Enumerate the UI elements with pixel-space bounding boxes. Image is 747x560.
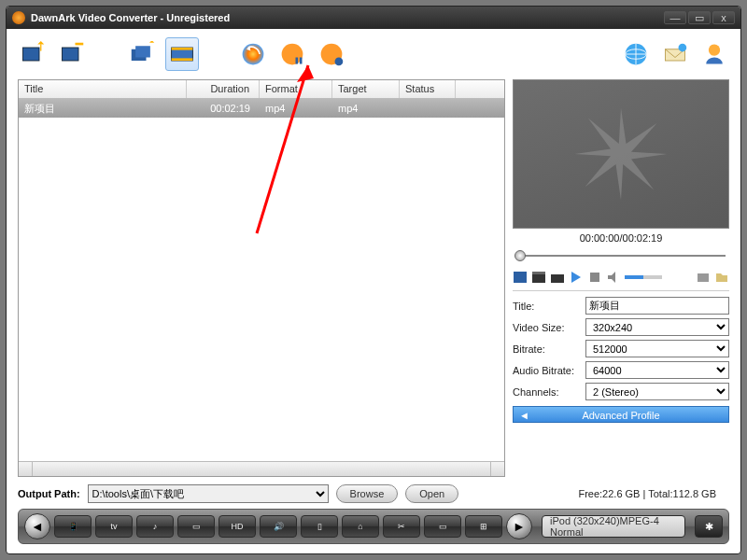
convert-button[interactable]	[236, 37, 270, 71]
advanced-profile-button[interactable]: Advanced Profile	[513, 406, 729, 423]
svg-rect-28	[590, 273, 599, 282]
svg-rect-26	[551, 274, 564, 283]
seek-slider[interactable]	[513, 249, 729, 262]
bitrate-label: Bitrate:	[513, 343, 585, 355]
svg-rect-10	[172, 58, 193, 61]
web-button[interactable]	[619, 37, 653, 71]
svg-marker-27	[571, 272, 581, 283]
abitrate-label: Audio Bitrate:	[513, 365, 585, 376]
file-list: Title Duration Format Target Status 新项目 …	[18, 79, 505, 477]
open-button[interactable]: Open	[405, 484, 458, 503]
stop-icon[interactable]	[587, 270, 602, 285]
format-button[interactable]: 📱	[54, 515, 92, 538]
output-row: Output Path: D:\tools\桌面\下载吧 Browse Open…	[7, 477, 740, 509]
svg-point-17	[335, 58, 344, 66]
add-file-button[interactable]	[16, 37, 49, 71]
video-size-select[interactable]: 320x240	[585, 318, 729, 336]
cell-status	[400, 106, 456, 110]
bitrate-select[interactable]: 512000	[585, 340, 729, 357]
folder-icon[interactable]	[714, 270, 729, 285]
table-row[interactable]: 新项目 00:02:19 mp4 mp4	[19, 99, 504, 118]
maximize-button[interactable]: ▭	[688, 11, 711, 24]
main-toolbar	[7, 29, 740, 79]
video-mode-button[interactable]	[165, 37, 199, 71]
titlebar: DawnArk Video Converter - Unregistered —…	[7, 7, 740, 29]
svg-point-21	[679, 44, 687, 52]
format-button[interactable]: HD	[218, 515, 256, 538]
channels-label: Channels:	[513, 386, 585, 398]
col-duration[interactable]: Duration	[187, 80, 260, 98]
format-button[interactable]: ▭	[424, 515, 461, 538]
svg-rect-30	[698, 273, 709, 282]
format-button[interactable]: ♪	[136, 515, 174, 538]
next-format-button[interactable]: ►	[506, 513, 532, 539]
clapper-icon[interactable]	[531, 270, 546, 285]
format-button[interactable]: ▯	[301, 515, 338, 538]
svg-rect-14	[296, 58, 299, 64]
vsize-label: Video Size:	[513, 322, 585, 333]
svg-rect-4	[76, 43, 84, 46]
mail-button[interactable]	[658, 37, 692, 71]
cell-format: mp4	[260, 101, 332, 116]
format-button[interactable]: ⌂	[342, 515, 379, 538]
player-controls	[513, 268, 729, 291]
audio-bitrate-select[interactable]: 64000	[585, 361, 729, 379]
channels-select[interactable]: 2 (Stereo)	[585, 383, 729, 400]
svg-point-22	[709, 45, 720, 56]
svg-rect-3	[63, 48, 79, 61]
col-format[interactable]: Format	[260, 80, 332, 98]
browse-button[interactable]: Browse	[336, 484, 399, 503]
table-header: Title Duration Format Target Status	[19, 80, 504, 99]
disk-info: Free:22.6 GB | Total:112.8 GB	[578, 488, 716, 499]
format-button[interactable]: tv	[95, 515, 133, 538]
clapper2-icon[interactable]	[550, 270, 565, 285]
svg-rect-9	[172, 48, 193, 50]
volume-icon[interactable]	[606, 270, 621, 285]
add-files-button[interactable]	[126, 37, 160, 71]
svg-marker-1	[37, 41, 44, 45]
col-target[interactable]: Target	[332, 80, 400, 98]
film-icon[interactable]	[513, 270, 528, 285]
cell-title: 新项目	[19, 100, 187, 118]
format-button[interactable]: ▭	[177, 515, 215, 538]
cell-target: mp4	[332, 101, 400, 116]
snapshot-icon[interactable]	[696, 270, 711, 285]
col-status[interactable]: Status	[400, 80, 456, 98]
svg-rect-0	[23, 48, 40, 61]
horizontal-scrollbar[interactable]	[19, 461, 504, 476]
format-bar: ◄ 📱 tv ♪ ▭ HD 🔊 ▯ ⌂ ✂ ▭ ⊞ ► iPod (320x24…	[18, 509, 729, 544]
apply-profile-button[interactable]: ✱	[695, 515, 723, 538]
svg-rect-24	[532, 274, 545, 283]
preview-panel	[513, 79, 729, 229]
prev-format-button[interactable]: ◄	[24, 513, 50, 539]
format-button[interactable]: ⊞	[465, 515, 502, 538]
volume-slider[interactable]	[625, 275, 662, 279]
svg-rect-15	[300, 58, 303, 64]
svg-marker-29	[608, 272, 615, 283]
minimize-button[interactable]: —	[664, 11, 686, 24]
cell-duration: 00:02:19	[187, 101, 260, 116]
stop-button[interactable]	[315, 37, 348, 71]
svg-rect-23	[514, 272, 527, 283]
app-icon	[12, 11, 25, 24]
format-button[interactable]: 🔊	[260, 515, 297, 538]
title-input[interactable]	[585, 297, 729, 315]
svg-marker-7	[149, 41, 154, 43]
output-path-label: Output Path:	[18, 488, 80, 499]
format-button[interactable]: ✂	[383, 515, 420, 538]
play-icon[interactable]	[569, 270, 584, 285]
user-button[interactable]	[698, 37, 731, 71]
window-title: DawnArk Video Converter - Unregistered	[31, 12, 662, 23]
svg-rect-25	[532, 272, 545, 274]
time-display: 00:00:00/00:02:19	[513, 229, 729, 247]
properties-panel: Title: Video Size:320x240 Bitrate:512000…	[513, 291, 729, 406]
output-path-select[interactable]: D:\tools\桌面\下载吧	[88, 484, 329, 503]
profile-selector[interactable]: iPod (320x240)MPEG-4 Normal	[542, 515, 685, 538]
close-button[interactable]: x	[712, 11, 735, 24]
leaf-icon	[514, 80, 728, 228]
svg-rect-6	[135, 46, 150, 57]
col-title[interactable]: Title	[19, 80, 187, 98]
title-label: Title:	[513, 301, 585, 312]
remove-file-button[interactable]	[55, 37, 89, 71]
pause-button[interactable]	[275, 37, 309, 71]
